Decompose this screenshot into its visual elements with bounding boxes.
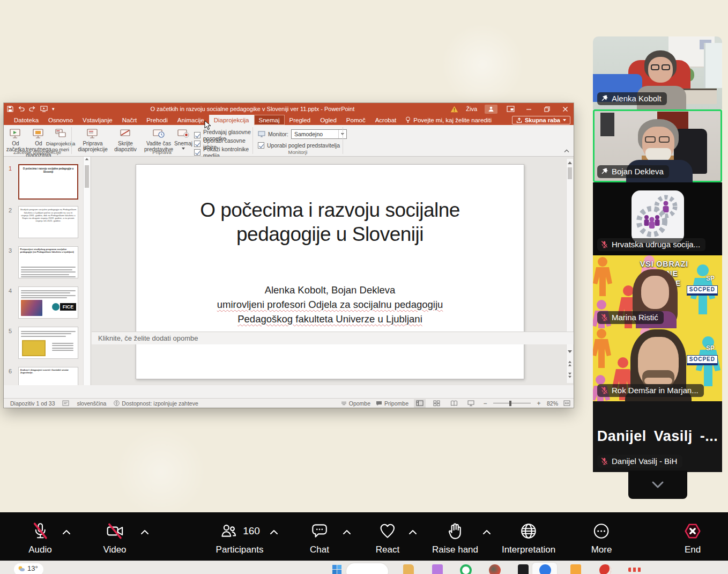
video-tile-danijel-vasilj[interactable]: Danijel Vasilj -... Danijel Vasilj - BiH — [593, 401, 722, 472]
thumbnail-slide-2[interactable]: 2 Studijski program socijalne pedagogije… — [4, 206, 91, 241]
account-avatar[interactable] — [485, 105, 497, 114]
notes-toggle-button[interactable]: Opombe — [341, 400, 370, 407]
video-tile-rok-demsar[interactable]: SP SOCPED Rok Demšar in Marjan... — [593, 328, 722, 401]
glasses-right — [659, 136, 670, 143]
undo-icon[interactable] — [18, 106, 25, 112]
app-icon-red[interactable] — [489, 564, 501, 574]
participants-options-chevron[interactable] — [270, 529, 278, 535]
video-button[interactable]: Video — [103, 521, 126, 555]
restore-button[interactable] — [541, 105, 552, 113]
tab-pomoc[interactable]: Pomoč — [341, 115, 370, 125]
slide-title[interactable]: O počecima i razvoju socijalne pedagogij… — [158, 198, 502, 246]
collapse-ribbon-button[interactable] — [564, 149, 569, 153]
app-icon-black[interactable] — [518, 564, 529, 574]
slide-thumbnail-panel[interactable]: 1 O počecima i razvoju socijalne pedagog… — [4, 157, 91, 385]
more-participants-button[interactable] — [628, 470, 687, 499]
zoom-level[interactable]: 82% — [547, 400, 558, 407]
previous-slide-button[interactable] — [567, 359, 573, 367]
whatsapp-icon[interactable] — [460, 564, 472, 574]
react-options-chevron[interactable] — [408, 529, 417, 535]
audio-options-chevron[interactable] — [62, 529, 71, 535]
presenter-view-checkbox[interactable]: Uporabi pogled predstavitelja — [258, 142, 340, 149]
app-icon-red-globe[interactable] — [599, 564, 611, 574]
slideshow-icon[interactable] — [40, 106, 48, 112]
tab-vstavljanje[interactable]: Vstavljanje — [78, 115, 117, 125]
tab-prehodi[interactable]: Prehodi — [142, 115, 173, 125]
chat-button[interactable]: Chat — [310, 521, 329, 555]
save-icon[interactable] — [7, 106, 13, 112]
rehearse-timings-button[interactable]: Vadite čas predstavitve — [145, 127, 173, 151]
comments-toggle-button[interactable]: Pripombe — [376, 400, 408, 407]
app-icon-orange[interactable] — [570, 564, 581, 574]
custom-slideshow-button[interactable]: Diaprojekcija po meri — [51, 127, 70, 151]
thumbnail-slide-1[interactable]: 1 O počecima i razvoju socijalne pedagog… — [4, 164, 91, 203]
next-slide-button[interactable] — [567, 371, 573, 379]
app-icon-purple[interactable] — [432, 564, 443, 574]
video-tile-alenka-kobolt[interactable]: Alenka Kobolt — [593, 36, 722, 109]
tab-acrobat[interactable]: Acrobat — [370, 115, 402, 125]
raise-hand-button[interactable]: Raise hand — [432, 521, 478, 555]
audio-button[interactable]: Audio — [28, 521, 51, 555]
thumbnail-slide-6[interactable]: 6 Znakovi i dragocjeni susreti i kontakt… — [4, 367, 91, 385]
slide-canvas[interactable]: O počecima i razvoju socijalne pedagogij… — [136, 164, 524, 379]
zoom-slider[interactable] — [493, 400, 531, 407]
scroll-down-button[interactable] — [567, 348, 573, 355]
from-beginning-button[interactable]: Od začetka — [5, 127, 26, 151]
tell-me-box[interactable]: Povejte mi, kaj želite narediti — [401, 115, 496, 125]
share-button[interactable]: Skupna raba — [512, 116, 570, 124]
weather-widget[interactable]: 13° — [14, 563, 43, 574]
video-tile-hrvatska-udruga[interactable]: Hrvatska udruga socija... — [593, 182, 722, 255]
end-button[interactable]: End — [683, 521, 702, 555]
notes-pane[interactable]: Kliknite, če želite dodati opombe — [92, 332, 574, 344]
windows-start-button[interactable] — [332, 565, 341, 574]
tab-datoteka[interactable]: Datoteka — [9, 115, 43, 125]
scrollbar-thumb[interactable] — [568, 167, 572, 179]
chat-options-chevron[interactable] — [343, 529, 351, 535]
tab-nacrt[interactable]: Načrt — [117, 115, 142, 125]
video-options-chevron[interactable] — [140, 529, 149, 535]
participants-button[interactable]: 160 Participants — [216, 521, 264, 555]
redo-icon[interactable] — [29, 106, 36, 112]
accessibility-status[interactable]: Dostopnost: izpolnjuje zahteve — [114, 400, 198, 407]
tab-diaprojekcija[interactable]: Diaprojekcija — [209, 115, 254, 125]
file-explorer-icon[interactable] — [403, 564, 414, 574]
app-icon-red-dots[interactable] — [628, 568, 641, 572]
display-settings-icon[interactable] — [505, 105, 516, 113]
scroll-up-button[interactable] — [567, 159, 573, 166]
taskbar-search-box[interactable] — [346, 563, 388, 574]
raise-hand-options-chevron[interactable] — [482, 529, 491, 535]
react-button[interactable]: React — [376, 521, 399, 555]
thumbnail-slide-3[interactable]: 3 Pretpovijest studijskog programa socij… — [4, 246, 91, 282]
tab-ogled[interactable]: Ogled — [315, 115, 341, 125]
fit-to-window-button[interactable] — [563, 400, 570, 406]
normal-view-button[interactable] — [414, 399, 426, 408]
zoom-in-button[interactable]: + — [536, 400, 541, 407]
video-tile-marina-ristic[interactable]: VSI OBRAZI LNE GIKE 2025 SP SOCPED Marin… — [593, 255, 722, 328]
interpretation-button[interactable]: Interpretation — [502, 521, 555, 555]
tab-snemaj[interactable]: Snemaj — [254, 115, 285, 125]
monitor-dropdown[interactable]: Samodejno — [291, 129, 347, 139]
thumbnail-slide-4[interactable]: 4 FICE — [4, 286, 91, 322]
thumbnail-slide-5[interactable]: 5 — [4, 327, 91, 362]
language-status[interactable]: slovenščina — [77, 400, 106, 407]
more-button[interactable]: More — [591, 521, 612, 555]
record-slideshow-button[interactable]: Snemaj — [174, 127, 193, 151]
zoom-out-button[interactable]: − — [482, 400, 488, 407]
tab-animacije[interactable]: Animacije — [173, 115, 209, 125]
notes-status-icon[interactable] — [62, 400, 69, 406]
close-button[interactable] — [560, 105, 570, 113]
thumbnail-scrollbar[interactable] — [83, 157, 90, 385]
slide-sorter-view-button[interactable] — [431, 399, 443, 408]
zoom-slider-thumb[interactable] — [509, 401, 511, 406]
tab-osnovno[interactable]: Osnovno — [43, 115, 78, 125]
hide-slide-button[interactable]: Skrijte diapozitiv — [110, 127, 140, 151]
minimize-button[interactable] — [523, 105, 534, 113]
video-tile-bojan-dekleva[interactable]: Bojan Dekleva — [593, 109, 722, 182]
reading-view-button[interactable] — [448, 399, 460, 408]
slide-scrollbar[interactable] — [566, 159, 573, 383]
app-icon-blue-active[interactable] — [539, 564, 551, 574]
slideshow-view-button[interactable] — [465, 399, 477, 408]
slide-subtitle[interactable]: Alenka Kobolt, Bojan Dekleva umirovljeni… — [158, 283, 502, 326]
setup-slideshow-button[interactable]: Priprava diaprojekcije — [76, 127, 109, 151]
tab-pregled[interactable]: Pregled — [285, 115, 316, 125]
